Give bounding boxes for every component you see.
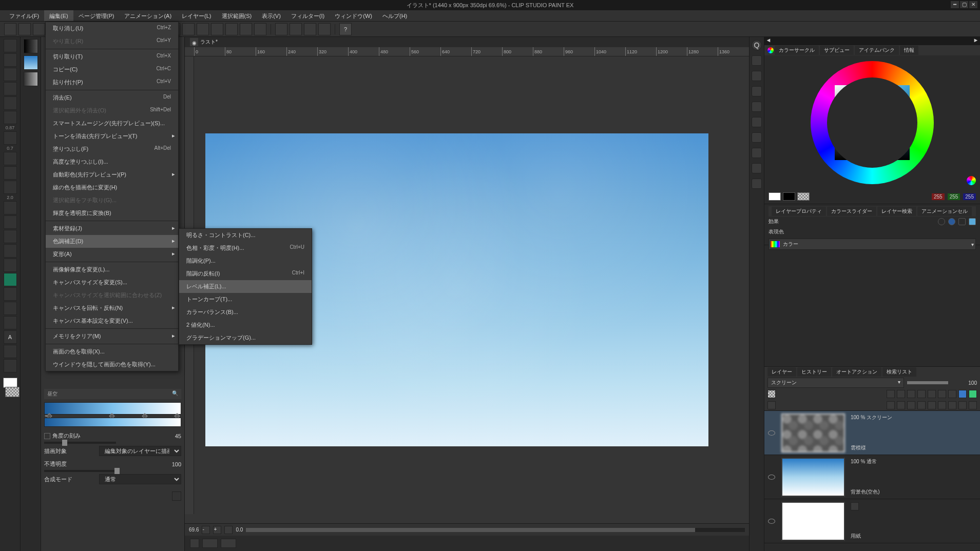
tb-help[interactable]: ? xyxy=(339,23,352,35)
menu-layer[interactable]: レイヤー(L) xyxy=(177,10,216,21)
layer-combine[interactable] xyxy=(938,401,946,409)
layer-draft[interactable] xyxy=(907,390,915,398)
blendmode-select[interactable]: 通常 xyxy=(99,474,181,484)
edit-linetodraw[interactable]: 線の色を描画色に変更(H) xyxy=(46,181,178,194)
tb-invert-sel[interactable] xyxy=(211,23,223,35)
edit-copy[interactable]: コピー(C)Ctrl+C xyxy=(46,63,178,76)
tab-layer[interactable]: レイヤー xyxy=(767,367,796,377)
edit-canvassize[interactable]: キャンバスサイズを変更(S)... xyxy=(46,276,178,289)
tool-fill[interactable] xyxy=(4,259,17,272)
tab-history[interactable]: ヒストリー xyxy=(797,367,831,377)
edit-pickhidden[interactable]: ウインドウを隠して画面の色を取得(Y)... xyxy=(46,358,178,371)
tool-move[interactable] xyxy=(4,53,17,67)
layer-mergedown[interactable] xyxy=(928,401,936,409)
layer-newfolder[interactable] xyxy=(897,401,905,409)
edit-delete[interactable]: 消去(E)Del xyxy=(46,91,178,104)
document-tab[interactable]: ラスト* xyxy=(200,37,218,47)
layer-thumb-sky[interactable] xyxy=(781,458,845,497)
menu-view[interactable]: 表示(V) xyxy=(257,10,286,21)
tab-colorcircle[interactable]: カラーサークル xyxy=(775,46,819,55)
frame-icon[interactable] xyxy=(752,163,762,173)
menu-edit[interactable]: 編集(E) xyxy=(44,10,73,21)
layer-reference[interactable] xyxy=(897,390,905,398)
layer-thumb-paper[interactable] xyxy=(781,502,845,541)
menu-help[interactable]: ヘルプ(H) xyxy=(377,10,412,21)
edit-croptosel[interactable]: キャンバスサイズを選択範囲に合わせる(Z) xyxy=(46,289,178,302)
tool-brush[interactable] xyxy=(4,181,17,194)
materials2-icon[interactable] xyxy=(752,71,762,81)
color-wheel[interactable] xyxy=(811,61,934,184)
layer-mask[interactable] xyxy=(938,390,946,398)
effect-chip-1[interactable] xyxy=(938,218,945,225)
edit-removetone[interactable]: トーンを消去(先行プレビュー)(T)▸ xyxy=(46,130,178,143)
magnify-icon[interactable]: 🔍 xyxy=(172,390,178,396)
layer-ruler[interactable] xyxy=(948,390,956,398)
angle-value[interactable]: 45 xyxy=(175,433,181,439)
tool-eyedropper[interactable] xyxy=(4,131,17,145)
layer-color-chip2[interactable] xyxy=(969,390,977,398)
timeline-prev[interactable] xyxy=(190,539,199,548)
cc-binarize[interactable]: 2 値化(N)... xyxy=(179,319,312,331)
subtool-gradient-sky[interactable] xyxy=(24,55,38,70)
eye-icon[interactable] xyxy=(768,475,775,480)
color-square[interactable] xyxy=(835,85,910,160)
tab-layerprop[interactable]: レイヤープロパティ xyxy=(772,207,826,216)
layer-opacity-slider[interactable] xyxy=(907,381,948,384)
effect-chip-2[interactable] xyxy=(948,218,955,225)
add-stop-icon[interactable]: + xyxy=(45,414,49,418)
tab-layersearch[interactable]: レイヤー検索 xyxy=(877,207,916,216)
layer-clip[interactable] xyxy=(887,390,895,398)
tb-selborder[interactable] xyxy=(225,23,238,35)
colorwheel-toggle-icon[interactable] xyxy=(967,176,976,185)
maximize-button[interactable]: ▢ xyxy=(960,1,968,8)
tb-shrink[interactable] xyxy=(254,23,266,35)
pattern-icon[interactable] xyxy=(752,102,762,112)
menu-animation[interactable]: アニメーション(A) xyxy=(119,10,177,21)
tool-correct[interactable] xyxy=(4,359,17,372)
wrench-icon[interactable] xyxy=(172,491,181,501)
subtool-gradient-fg[interactable] xyxy=(24,39,38,53)
layer-row-clouds[interactable]: 100 % スクリーン雲模様 xyxy=(764,411,980,455)
tool-pen[interactable] xyxy=(4,152,17,165)
cc-brightcontrast[interactable]: 明るさ・コントラスト(C)... xyxy=(179,229,312,242)
eye-icon[interactable] xyxy=(768,430,775,436)
tool-ruler[interactable] xyxy=(4,316,17,329)
gradient-output[interactable]: + xyxy=(44,418,181,427)
swatch-sub[interactable] xyxy=(783,192,795,201)
hscroll[interactable] xyxy=(246,528,745,532)
edit-fill[interactable]: 塗りつぶし(F)Alt+Del xyxy=(46,143,178,155)
effect-chip-4[interactable] xyxy=(969,218,976,225)
tb-clip[interactable] xyxy=(4,23,16,35)
tool-operation[interactable] xyxy=(4,68,17,81)
edit-registermat[interactable]: 素材登録(J)▸ xyxy=(46,222,178,235)
eye-icon[interactable] xyxy=(768,519,775,524)
tb-expand[interactable] xyxy=(240,23,252,35)
edit-cut[interactable]: 切り取り(T)Ctrl+X xyxy=(46,50,178,63)
subtool-gradient-stripe[interactable] xyxy=(24,72,38,86)
tool-balloon[interactable] xyxy=(4,345,17,358)
edit-redo[interactable]: やり直し(R)Ctrl+Y xyxy=(46,35,178,48)
menu-selection[interactable]: 選択範囲(S) xyxy=(217,10,257,21)
scroll-left-icon[interactable]: ◄ xyxy=(764,37,773,45)
layer-thumb-clouds[interactable] xyxy=(781,414,845,452)
effect-icon[interactable] xyxy=(752,179,762,189)
tool-gradient[interactable] xyxy=(4,273,17,286)
tab-swirl-icon[interactable]: ◉ xyxy=(190,38,198,46)
layer-blend-select[interactable]: スクリーン▾ xyxy=(767,378,904,388)
cc-curves[interactable]: トーンカーブ(T)... xyxy=(179,293,312,306)
cc-posterize[interactable]: 階調化(P)... xyxy=(179,254,312,267)
angle-checkbox[interactable] xyxy=(44,433,50,439)
edit-brightalpha[interactable]: 輝度を透明度に変換(B) xyxy=(46,207,178,220)
menu-window[interactable]: ウィンドウ(W) xyxy=(330,10,377,21)
edit-deloutside[interactable]: 選択範囲外を消去(O)Shift+Del xyxy=(46,104,178,117)
tb-reselect[interactable] xyxy=(197,23,209,35)
layer-new[interactable] xyxy=(887,401,895,409)
tool-frame[interactable] xyxy=(4,302,17,315)
swatch-main[interactable] xyxy=(768,192,781,201)
edit-colorcorrect[interactable]: 色調補正(D)▸ xyxy=(46,235,178,248)
cc-levels[interactable]: レベル補正(L)... xyxy=(179,280,312,293)
frame-thumb-1[interactable] xyxy=(202,539,218,548)
layer-checkered[interactable] xyxy=(767,390,776,398)
edit-pickcolor[interactable]: 画面の色を取得(X)... xyxy=(46,345,178,358)
edit-transform[interactable]: 変形(A)▸ xyxy=(46,248,178,261)
